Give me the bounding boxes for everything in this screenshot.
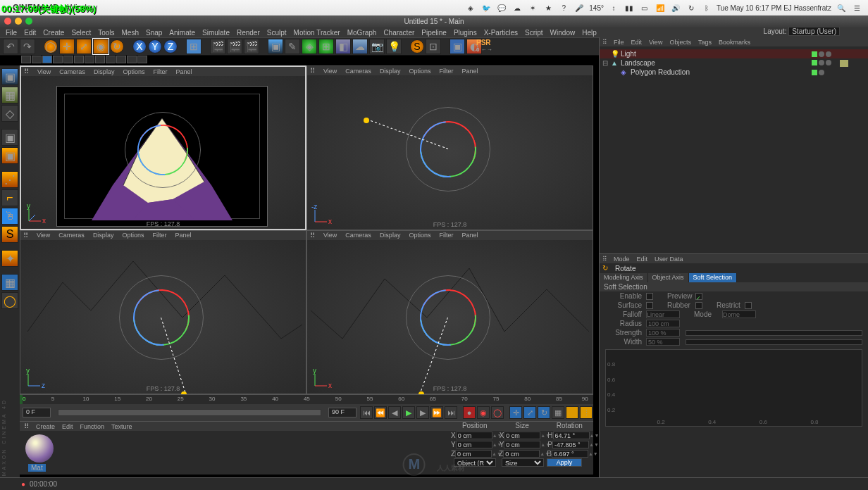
- pos-y-input[interactable]: [456, 441, 492, 448]
- menu-window[interactable]: Window: [550, 29, 576, 37]
- menu-mograph[interactable]: MoGraph: [347, 29, 377, 37]
- environment-button[interactable]: ☁: [352, 39, 368, 54]
- net-icon[interactable]: ↕: [608, 2, 619, 13]
- autokey-button[interactable]: ◉: [477, 406, 490, 419]
- surface-checkbox[interactable]: [646, 302, 653, 309]
- material-name[interactable]: Mat: [28, 464, 46, 472]
- rotate-tool[interactable]: ◉: [93, 39, 108, 54]
- width-input[interactable]: 50 %: [646, 338, 680, 346]
- goto-start-button[interactable]: ⏮: [360, 406, 373, 419]
- menu-simulate[interactable]: Simulate: [202, 29, 230, 37]
- ribbon-btn[interactable]: [116, 56, 126, 63]
- tool-button-1[interactable]: ⊡: [426, 39, 441, 54]
- mic-icon[interactable]: 🎤: [574, 2, 585, 13]
- radius-input[interactable]: 100 cm: [646, 320, 680, 327]
- menu-pipeline[interactable]: Pipeline: [421, 29, 447, 37]
- volume-icon[interactable]: 🔊: [670, 2, 681, 13]
- menu-tools[interactable]: Tools: [98, 29, 114, 37]
- ribbon-btn[interactable]: [63, 56, 73, 63]
- menu-icon[interactable]: ☰: [851, 2, 862, 13]
- clock-user[interactable]: Tue May 10 6:17 PM EJ Hassenfratz: [717, 4, 831, 12]
- close-window-button[interactable]: [4, 18, 11, 25]
- wifi-icon[interactable]: 📶: [655, 2, 666, 13]
- ribbon-btn[interactable]: [85, 56, 94, 63]
- ribbon-btn[interactable]: [42, 56, 52, 63]
- timeline-scrollbar[interactable]: [58, 409, 321, 416]
- ribbon-btn[interactable]: [74, 56, 84, 63]
- z-axis-lock[interactable]: Z: [163, 39, 178, 54]
- menu-xparticles[interactable]: X-Particles: [484, 29, 518, 37]
- strength-slider[interactable]: [686, 330, 862, 336]
- object-row-landscape[interactable]: ⊟▲ Landscape: [600, 58, 868, 68]
- viewport-canvas[interactable]: yx: [21, 76, 305, 229]
- timeline-ruler[interactable]: 0 5 10 15 20 25 30 35 40 45 50 55 60 65 …: [20, 394, 593, 404]
- evernote-icon[interactable]: ✶: [527, 2, 538, 13]
- key-scale-button[interactable]: ⤢: [523, 406, 536, 419]
- rot-b-input[interactable]: [552, 450, 588, 458]
- ribbon-btn[interactable]: [106, 56, 116, 63]
- viewport-canvas[interactable]: yz: [20, 240, 306, 394]
- falloff-graph[interactable]: 0.8 0.6 0.4 0.2 0.2 0.4 0.6 0.8: [605, 349, 862, 427]
- rotation-gizmo[interactable]: [406, 275, 490, 360]
- menu-mesh[interactable]: Mesh: [122, 29, 139, 37]
- play-button[interactable]: ▶: [402, 406, 415, 419]
- help-icon[interactable]: ?: [558, 2, 569, 13]
- layout-selector[interactable]: Layout: Startup (User): [764, 27, 840, 35]
- viewport-front[interactable]: ⠿ ViewCamerasDisplayOptionsFilterPanel F…: [306, 230, 593, 395]
- twitter-icon[interactable]: 🐦: [480, 2, 492, 13]
- menu-create[interactable]: Create: [43, 29, 64, 37]
- rotation-gizmo[interactable]: [406, 107, 490, 191]
- current-frame-input[interactable]: 0 F: [23, 408, 51, 417]
- ribbon-btn[interactable]: [21, 56, 31, 63]
- ribbon-btn[interactable]: [137, 56, 147, 63]
- rotation-gizmo[interactable]: [125, 112, 201, 188]
- maximize-window-button[interactable]: [25, 18, 32, 25]
- enable-snap-button[interactable]: ◯: [1, 292, 18, 309]
- menu-animate[interactable]: Animate: [169, 29, 195, 37]
- enable-axis-button[interactable]: ✦: [1, 250, 18, 267]
- star-icon[interactable]: ★: [542, 2, 554, 13]
- key-pla-button[interactable]: [566, 406, 578, 419]
- render-settings-button[interactable]: 🎬: [244, 39, 259, 54]
- menu-render[interactable]: Render: [237, 29, 260, 37]
- cube-primitive-button[interactable]: ▣: [268, 39, 283, 54]
- keyframe-sel-button[interactable]: ◯: [491, 406, 504, 419]
- ribbon-btn[interactable]: [53, 56, 63, 63]
- sync-icon[interactable]: ↻: [686, 2, 697, 13]
- size-y-input[interactable]: [504, 441, 540, 448]
- timeline-track[interactable]: 0 5 10 15 20 25 30 35 40 45 50 55 60 65 …: [20, 395, 593, 404]
- object-row-light[interactable]: 💡 Light: [600, 49, 868, 58]
- spotlight-icon[interactable]: 🔍: [836, 2, 847, 13]
- restrict-checkbox[interactable]: [745, 302, 752, 309]
- cloud-icon[interactable]: ☁: [512, 2, 523, 13]
- coord-system-button[interactable]: ⊞: [186, 39, 202, 54]
- object-mode-button[interactable]: ▣: [1, 147, 18, 164]
- enable-checkbox[interactable]: [646, 293, 653, 300]
- mode-select[interactable]: Dome: [722, 310, 756, 318]
- next-frame-button[interactable]: ▶: [416, 406, 429, 419]
- coord-size-select[interactable]: Size: [502, 458, 544, 467]
- redo-button[interactable]: ↷: [20, 39, 35, 54]
- tool-button-2[interactable]: ▣: [450, 39, 465, 54]
- tab-object-axis[interactable]: Object Axis: [648, 273, 689, 282]
- apply-button[interactable]: Apply: [547, 458, 582, 467]
- bars-icon[interactable]: ▮▮: [624, 2, 635, 13]
- model-mode-button[interactable]: ▦: [1, 87, 18, 103]
- menu-help[interactable]: Help: [582, 29, 597, 37]
- scale-tool[interactable]: ⤢: [76, 39, 92, 54]
- chat-icon[interactable]: 💬: [496, 2, 507, 13]
- width-slider[interactable]: [686, 339, 862, 345]
- viewport-top[interactable]: ⠿ ViewCamerasDisplayOptionsFilterPanel T…: [306, 65, 593, 230]
- ribbon-btn[interactable]: [32, 56, 42, 63]
- material-preview[interactable]: [25, 434, 54, 463]
- live-selection-tool[interactable]: ◯: [44, 39, 58, 54]
- ribbon-btn[interactable]: [127, 56, 137, 63]
- y-axis-lock[interactable]: Y: [148, 39, 162, 54]
- undo-button[interactable]: ↶: [3, 39, 18, 54]
- key-param-button[interactable]: ▦: [552, 406, 564, 419]
- falloff-select[interactable]: Linear: [646, 310, 680, 318]
- size-z-input[interactable]: [503, 450, 540, 458]
- expand-icon[interactable]: ⊟: [602, 59, 611, 67]
- texture-tag[interactable]: [840, 60, 848, 67]
- array-button[interactable]: ⊞: [318, 39, 334, 54]
